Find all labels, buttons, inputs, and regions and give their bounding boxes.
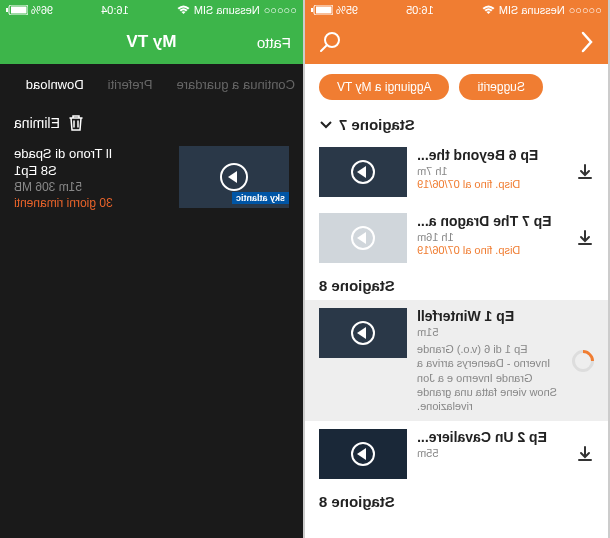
episode-thumbnail[interactable]: sky atlantic bbox=[179, 146, 289, 208]
episode-availability: Disp. fino al 07/06/19 bbox=[417, 244, 566, 256]
season-header[interactable]: Stagione 8 bbox=[305, 487, 608, 516]
episode-title: Ep 2 Un Cavaliere... bbox=[417, 429, 566, 445]
clock-label: 16:04 bbox=[101, 4, 129, 16]
signal-dots-icon: ○○○○○ bbox=[264, 4, 297, 16]
download-icon[interactable] bbox=[576, 163, 594, 181]
battery-icon bbox=[6, 5, 28, 15]
tab-continue-watching[interactable]: Continua a guardare bbox=[176, 77, 295, 92]
episode-thumbnail[interactable] bbox=[319, 147, 407, 197]
size-label: 51m 306 MB bbox=[14, 180, 167, 194]
clock-label: 16:05 bbox=[406, 4, 434, 16]
episode-title: Ep 7 The Dragon a... bbox=[417, 213, 566, 229]
svg-rect-5 bbox=[311, 8, 313, 12]
season-label: Stagione 8 bbox=[319, 493, 395, 510]
download-icon[interactable] bbox=[576, 445, 594, 463]
battery-icon bbox=[311, 5, 333, 15]
svg-line-7 bbox=[321, 45, 327, 51]
chevron-down-icon bbox=[319, 120, 333, 130]
episode-duration: 51m bbox=[417, 326, 562, 338]
play-icon bbox=[351, 442, 375, 466]
add-mytv-button[interactable]: Aggiungi a My TV bbox=[319, 74, 450, 100]
download-icon[interactable] bbox=[576, 229, 594, 247]
tab-favorites[interactable]: Preferiti bbox=[108, 77, 153, 92]
play-icon bbox=[351, 160, 375, 184]
season-label: Stagione 7 bbox=[339, 116, 415, 133]
status-bar: ○○○○○ Nessuna SIM 16:05 95% bbox=[305, 0, 608, 20]
downloading-icon[interactable] bbox=[572, 350, 594, 372]
app-header bbox=[305, 20, 608, 64]
channel-badge: sky atlantic bbox=[232, 192, 289, 204]
svg-rect-2 bbox=[6, 8, 8, 12]
play-icon bbox=[220, 163, 248, 191]
tab-download[interactable]: Download bbox=[26, 77, 84, 92]
search-button[interactable] bbox=[319, 31, 341, 53]
episode-title: Ep 6 Beyond the... bbox=[417, 147, 566, 163]
trash-icon bbox=[68, 114, 84, 132]
episode-row[interactable]: Ep 7 The Dragon a... 1h 16m Disp. fino a… bbox=[305, 205, 608, 271]
episode-label: S8 Ep1 bbox=[14, 163, 167, 178]
season-label: Stagione 8 bbox=[319, 277, 395, 294]
expiry-label: 30 giorni rimanenti bbox=[14, 196, 167, 210]
episode-thumbnail[interactable] bbox=[319, 213, 407, 263]
episode-duration: 55m bbox=[417, 447, 566, 459]
season-header[interactable]: Stagione 8 bbox=[305, 271, 608, 300]
episode-thumbnail[interactable] bbox=[319, 429, 407, 479]
episode-row[interactable]: Ep 2 Un Cavaliere... 55m bbox=[305, 421, 608, 487]
svg-rect-4 bbox=[316, 7, 332, 14]
show-title: Il Trono di Spade bbox=[14, 146, 167, 161]
download-item[interactable]: sky atlantic Il Trono di Spade S8 Ep1 51… bbox=[0, 142, 303, 214]
episode-thumbnail[interactable] bbox=[319, 308, 407, 358]
app-header: Fatto My TV bbox=[0, 20, 303, 64]
page-title: My TV bbox=[0, 32, 303, 52]
battery-percent: 96% bbox=[31, 4, 53, 16]
play-icon bbox=[351, 321, 375, 345]
episode-duration: 1h 16m bbox=[417, 231, 566, 243]
download-meta: Il Trono di Spade S8 Ep1 51m 306 MB 30 g… bbox=[14, 146, 167, 210]
episode-row[interactable]: Ep 6 Beyond the... 1h 7m Disp. fino al 0… bbox=[305, 139, 608, 205]
battery-percent: 95% bbox=[336, 4, 358, 16]
episode-title: Ep 1 Winterfell bbox=[417, 308, 562, 324]
action-pills: Suggeriti Aggiungi a My TV bbox=[305, 64, 608, 110]
delete-label: Elimina bbox=[14, 115, 60, 131]
signal-dots-icon: ○○○○○ bbox=[569, 4, 602, 16]
left-screen: ○○○○○ Nessuna SIM 16:04 96% Fatto My TV … bbox=[0, 0, 303, 538]
tab-bar: Continua a guardare Preferiti Download bbox=[0, 64, 303, 104]
status-bar: ○○○○○ Nessuna SIM 16:04 96% bbox=[0, 0, 303, 20]
suggested-button[interactable]: Suggeriti bbox=[460, 74, 543, 100]
episode-description: Ep 1 di 6 (v.o.) Grande Inverno - Daener… bbox=[417, 342, 562, 413]
wifi-icon bbox=[482, 5, 495, 15]
carrier-label: Nessuna SIM bbox=[499, 4, 565, 16]
right-screen: ○○○○○ Nessuna SIM 16:05 95% Suggeriti Ag… bbox=[305, 0, 608, 538]
episode-row[interactable]: Ep 1 Winterfell 51m Ep 1 di 6 (v.o.) Gra… bbox=[305, 300, 608, 421]
carrier-label: Nessuna SIM bbox=[194, 4, 260, 16]
wifi-icon bbox=[177, 5, 190, 15]
back-button[interactable] bbox=[580, 31, 594, 53]
episode-duration: 1h 7m bbox=[417, 165, 566, 177]
svg-rect-1 bbox=[11, 7, 27, 14]
season-header[interactable]: Stagione 7 bbox=[305, 110, 608, 139]
delete-button[interactable]: Elimina bbox=[0, 104, 303, 142]
episode-availability: Disp. fino al 07/06/19 bbox=[417, 178, 566, 190]
play-icon bbox=[351, 226, 375, 250]
